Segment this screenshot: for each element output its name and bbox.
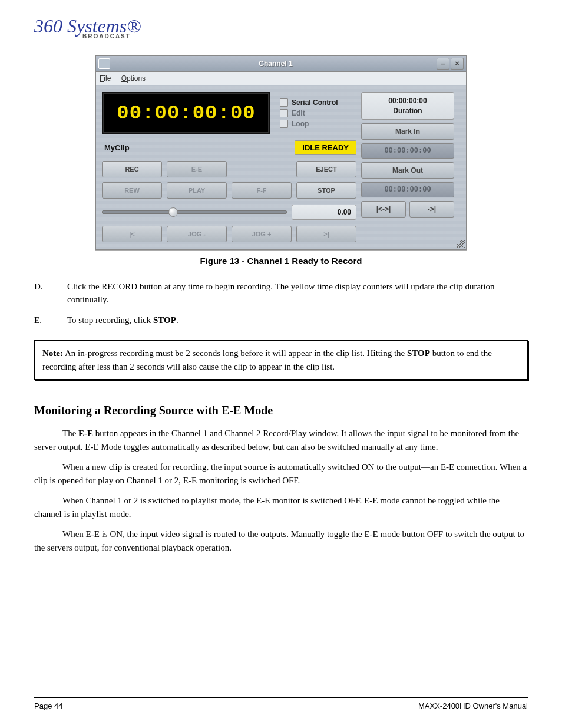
position-slider[interactable] (102, 210, 287, 214)
mark-out-value: 00:00:00:00 (361, 182, 454, 197)
duration-tc: 00:00:00:00 (364, 96, 451, 106)
loop-row[interactable]: Loop (280, 120, 356, 128)
goto-start-button[interactable]: |< (102, 226, 162, 242)
duration-box: 00:00:00:00 Duration (361, 92, 454, 120)
serial-control-label: Serial Control (292, 98, 338, 107)
serial-control-row[interactable]: Serial Control (280, 98, 356, 107)
section-heading: Monitoring a Recording Source with E-E M… (34, 404, 528, 417)
manual-title: MAXX-2400HD Owner's Manual (418, 701, 528, 710)
body-paragraph: When a new clip is created for recording… (34, 460, 528, 487)
duration-label: Duration (364, 106, 451, 116)
rew-button[interactable]: REW (102, 182, 162, 199)
page-number: Page 44 (34, 701, 62, 710)
close-button[interactable]: × (451, 58, 464, 70)
ff-button[interactable]: F-F (232, 182, 292, 199)
note-box: Note: An in-progress recording must be 2… (34, 340, 528, 380)
menu-options[interactable]: Options (121, 74, 146, 83)
checkbox-icon[interactable] (280, 109, 288, 117)
mark-in-value: 00:00:00:00 (361, 143, 454, 159)
body-paragraph: When E-E is ON, the input video signal i… (34, 528, 528, 554)
loop-label: Loop (292, 120, 309, 128)
note-label: Note: (42, 348, 63, 358)
brand-logo: 360 Systems® BROADCAST (34, 18, 528, 39)
goto-out-button[interactable]: ->| (409, 201, 454, 218)
list-marker: E. (34, 314, 67, 327)
logo-subtext: BROADCAST (82, 34, 528, 39)
edit-label: Edit (292, 109, 305, 117)
instruction-list: D. Click the RECORD button at any time t… (34, 280, 528, 327)
menubar: File Options (96, 72, 466, 85)
mark-in-button[interactable]: Mark In (361, 123, 454, 140)
body-paragraph: When Channel 1 or 2 is switched to playl… (34, 494, 528, 521)
instruction-text: To stop recording, click STOP. (67, 314, 178, 327)
timecode-display: 00:00:00:00 (102, 92, 270, 134)
menu-file[interactable]: File (100, 74, 111, 83)
window-title: Channel 1 (115, 60, 437, 68)
instruction-text: Click the RECORD button at any time to b… (67, 280, 528, 307)
titlebar[interactable]: Channel 1 – × (96, 56, 466, 72)
eject-button[interactable]: EJECT (296, 161, 356, 177)
body-paragraph: The E-E button appears in the Channel 1 … (34, 427, 528, 453)
slider-thumb[interactable] (168, 207, 178, 217)
stop-button[interactable]: STOP (296, 182, 356, 199)
jog-minus-button[interactable]: JOG - (167, 226, 227, 242)
figure-caption: Figure 13 - Channel 1 Ready to Record (34, 256, 528, 266)
page-footer: Page 44 MAXX-2400HD Owner's Manual (34, 697, 528, 710)
options-checkboxes: Serial Control Edit Loop (275, 92, 356, 134)
instruction-e: E. To stop recording, click STOP. (34, 314, 528, 327)
checkbox-icon[interactable] (280, 120, 288, 128)
range-select-button[interactable]: |<->| (361, 201, 406, 218)
goto-end-button[interactable]: >| (296, 226, 356, 242)
timecode-value: 00:00:00:00 (117, 102, 255, 124)
play-button[interactable]: PLAY (167, 182, 227, 199)
instruction-d: D. Click the RECORD button at any time t… (34, 280, 528, 307)
resize-handle[interactable] (457, 240, 465, 248)
jog-plus-button[interactable]: JOG + (232, 226, 292, 242)
list-marker: D. (34, 280, 67, 307)
main-panel: 00:00:00:00 Serial Control Edit (96, 85, 466, 249)
channel-window: Channel 1 – × File Options 00:00:00:00 (95, 55, 467, 250)
clip-name: MyClip (102, 143, 290, 152)
mark-out-button[interactable]: Mark Out (361, 162, 454, 179)
minimize-button[interactable]: – (437, 58, 449, 70)
checkbox-icon[interactable] (280, 98, 288, 107)
status-badge: IDLE READY (295, 140, 356, 155)
position-value: 0.00 (292, 205, 356, 220)
rec-button[interactable]: REC (102, 161, 162, 177)
edit-row[interactable]: Edit (280, 109, 356, 117)
ee-button[interactable]: E-E (167, 161, 227, 177)
window-icon (98, 58, 110, 69)
